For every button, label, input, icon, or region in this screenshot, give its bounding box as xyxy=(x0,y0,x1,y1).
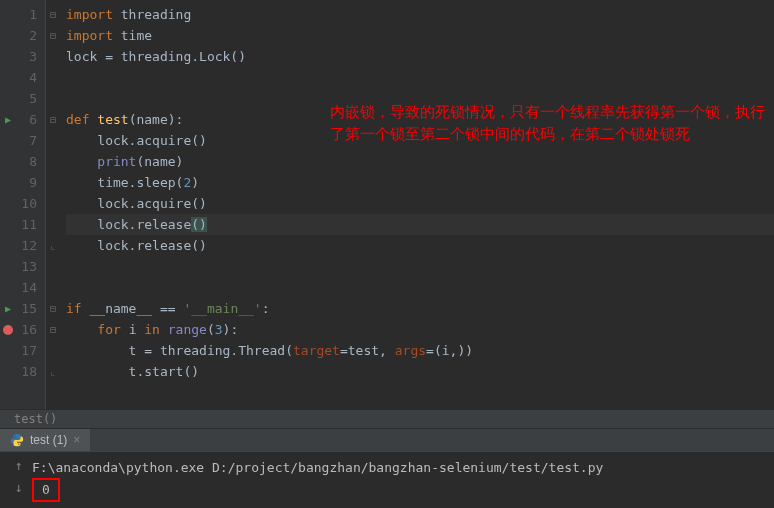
python-icon xyxy=(10,433,24,447)
fold-icon[interactable]: ⊟ xyxy=(46,319,60,340)
breadcrumb[interactable]: test() xyxy=(0,409,774,428)
close-icon[interactable]: × xyxy=(73,433,80,447)
console-command: F:\anaconda\python.exe D:/project/bangzh… xyxy=(32,458,766,478)
tab-label: test (1) xyxy=(30,433,67,447)
console-controls: ↑ ↓ xyxy=(8,458,30,502)
console-panel: ↑ ↓ F:\anaconda\python.exe D:/project/ba… xyxy=(0,451,774,508)
fold-icon[interactable]: ⊟ xyxy=(46,4,60,25)
run-gutter-icon[interactable]: ▶ xyxy=(5,114,11,125)
code-editor[interactable]: import threading import time lock = thre… xyxy=(60,0,774,409)
scroll-down-icon[interactable]: ↓ xyxy=(8,480,30,502)
fold-column: ⊟ ⊟ ⊟ ⌞ ⊟ ⊟ ⌞ xyxy=(46,0,60,409)
run-gutter-icon[interactable]: ▶ xyxy=(5,303,11,314)
console-tab[interactable]: test (1) × xyxy=(0,429,90,451)
fold-icon[interactable]: ⊟ xyxy=(46,109,60,130)
editor-area: ▶ ▶ 123 456 789 101112 131415 161718 ⊟ ⊟… xyxy=(0,0,774,409)
fold-icon[interactable]: ⊟ xyxy=(46,298,60,319)
marker-column: ▶ ▶ xyxy=(0,0,16,409)
highlighted-output: 0 xyxy=(32,478,60,502)
console-output[interactable]: F:\anaconda\python.exe D:/project/bangzh… xyxy=(32,458,766,502)
annotation-text: 内嵌锁，导致的死锁情况，只有一个线程率先获得第一个锁，执行了第一个锁至第二个锁中… xyxy=(330,101,770,145)
scroll-up-icon[interactable]: ↑ xyxy=(8,458,30,480)
console-tab-bar: test (1) × xyxy=(0,428,774,451)
fold-icon[interactable]: ⊟ xyxy=(46,25,60,46)
line-number-gutter: 123 456 789 101112 131415 161718 xyxy=(16,0,46,409)
breakpoint-icon[interactable] xyxy=(3,325,13,335)
